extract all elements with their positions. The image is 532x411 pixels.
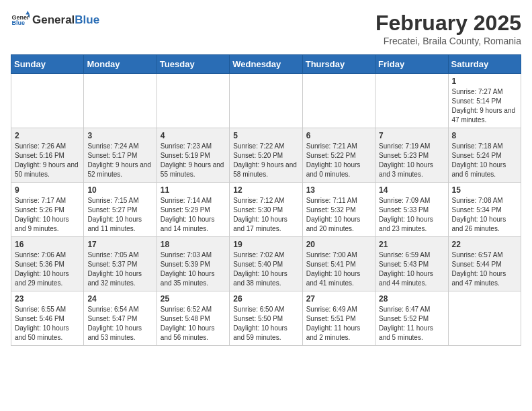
day-info: Sunrise: 7:05 AM Sunset: 5:37 PM Dayligh…	[87, 250, 152, 288]
calendar-cell	[448, 291, 521, 346]
day-info: Sunrise: 6:59 AM Sunset: 5:43 PM Dayligh…	[379, 250, 444, 288]
day-number: 8	[452, 131, 517, 140]
day-info: Sunrise: 7:23 AM Sunset: 5:19 PM Dayligh…	[161, 142, 226, 179]
weekday-header-tuesday: Tuesday	[157, 55, 229, 74]
day-number: 12	[233, 185, 298, 195]
month-year-title: February 2025	[375, 11, 521, 36]
title-block: February 2025 Frecatei, Braila County, R…	[375, 11, 521, 46]
day-info: Sunrise: 7:15 AM Sunset: 5:27 PM Dayligh…	[87, 196, 152, 234]
day-info: Sunrise: 7:27 AM Sunset: 5:14 PM Dayligh…	[452, 87, 517, 125]
day-info: Sunrise: 7:00 AM Sunset: 5:41 PM Dayligh…	[306, 250, 371, 288]
calendar-cell	[230, 74, 302, 128]
day-info: Sunrise: 6:55 AM Sunset: 5:46 PM Dayligh…	[15, 305, 80, 342]
day-number: 11	[161, 185, 226, 195]
day-number: 23	[15, 294, 80, 304]
weekday-header-thursday: Thursday	[302, 55, 375, 74]
svg-marker-2	[26, 11, 30, 15]
day-info: Sunrise: 7:12 AM Sunset: 5:30 PM Dayligh…	[233, 196, 298, 234]
weekday-header-row: SundayMondayTuesdayWednesdayThursdayFrid…	[11, 55, 521, 74]
calendar-cell	[11, 74, 84, 128]
day-number: 14	[379, 185, 444, 195]
day-number: 27	[306, 294, 371, 304]
calendar-cell: 14Sunrise: 7:09 AM Sunset: 5:33 PM Dayli…	[375, 183, 448, 237]
weekday-header-friday: Friday	[375, 55, 448, 74]
day-info: Sunrise: 7:02 AM Sunset: 5:40 PM Dayligh…	[233, 250, 298, 288]
calendar-cell	[84, 74, 157, 128]
calendar-cell: 11Sunrise: 7:14 AM Sunset: 5:29 PM Dayli…	[157, 183, 229, 237]
calendar-cell: 17Sunrise: 7:05 AM Sunset: 5:37 PM Dayli…	[84, 237, 157, 291]
calendar-cell: 18Sunrise: 7:03 AM Sunset: 5:39 PM Dayli…	[157, 237, 229, 291]
day-info: Sunrise: 6:50 AM Sunset: 5:50 PM Dayligh…	[233, 305, 298, 342]
calendar-cell: 13Sunrise: 7:11 AM Sunset: 5:32 PM Dayli…	[302, 183, 375, 237]
day-info: Sunrise: 7:21 AM Sunset: 5:22 PM Dayligh…	[306, 142, 371, 179]
calendar-cell: 28Sunrise: 6:47 AM Sunset: 5:52 PM Dayli…	[375, 291, 448, 346]
day-info: Sunrise: 7:03 AM Sunset: 5:39 PM Dayligh…	[161, 250, 226, 288]
calendar-week-row: 9Sunrise: 7:17 AM Sunset: 5:26 PM Daylig…	[11, 183, 521, 237]
calendar-cell: 20Sunrise: 7:00 AM Sunset: 5:41 PM Dayli…	[302, 237, 375, 291]
day-info: Sunrise: 7:22 AM Sunset: 5:20 PM Dayligh…	[233, 142, 298, 179]
day-info: Sunrise: 7:18 AM Sunset: 5:24 PM Dayligh…	[452, 142, 517, 179]
day-number: 13	[306, 185, 371, 195]
day-info: Sunrise: 7:09 AM Sunset: 5:33 PM Dayligh…	[379, 196, 444, 234]
calendar-cell: 3Sunrise: 7:24 AM Sunset: 5:17 PM Daylig…	[84, 128, 157, 183]
calendar-cell	[375, 74, 448, 128]
day-number: 2	[15, 131, 80, 140]
calendar-cell: 1Sunrise: 7:27 AM Sunset: 5:14 PM Daylig…	[448, 74, 521, 128]
calendar-cell	[302, 74, 375, 128]
day-info: Sunrise: 7:14 AM Sunset: 5:29 PM Dayligh…	[161, 196, 226, 234]
calendar-cell: 21Sunrise: 6:59 AM Sunset: 5:43 PM Dayli…	[375, 237, 448, 291]
day-number: 20	[306, 240, 371, 249]
calendar-cell: 8Sunrise: 7:18 AM Sunset: 5:24 PM Daylig…	[448, 128, 521, 183]
calendar-week-row: 1Sunrise: 7:27 AM Sunset: 5:14 PM Daylig…	[11, 74, 521, 128]
day-number: 21	[379, 240, 444, 249]
logo-blue: Blue	[75, 13, 99, 27]
calendar-cell: 4Sunrise: 7:23 AM Sunset: 5:19 PM Daylig…	[157, 128, 229, 183]
calendar-cell: 9Sunrise: 7:17 AM Sunset: 5:26 PM Daylig…	[11, 183, 84, 237]
day-info: Sunrise: 7:11 AM Sunset: 5:32 PM Dayligh…	[306, 196, 371, 234]
calendar-week-row: 23Sunrise: 6:55 AM Sunset: 5:46 PM Dayli…	[11, 291, 521, 346]
day-info: Sunrise: 7:26 AM Sunset: 5:16 PM Dayligh…	[15, 142, 80, 179]
day-number: 5	[233, 131, 298, 140]
logo-general: General	[32, 13, 75, 27]
calendar-cell: 6Sunrise: 7:21 AM Sunset: 5:22 PM Daylig…	[302, 128, 375, 183]
calendar-cell: 15Sunrise: 7:08 AM Sunset: 5:34 PM Dayli…	[448, 183, 521, 237]
calendar-cell: 2Sunrise: 7:26 AM Sunset: 5:16 PM Daylig…	[11, 128, 84, 183]
day-number: 18	[161, 240, 226, 249]
location-subtitle: Frecatei, Braila County, Romania	[375, 36, 521, 46]
calendar-cell: 23Sunrise: 6:55 AM Sunset: 5:46 PM Dayli…	[11, 291, 84, 346]
day-info: Sunrise: 7:17 AM Sunset: 5:26 PM Dayligh…	[15, 196, 80, 234]
calendar-cell: 25Sunrise: 6:52 AM Sunset: 5:48 PM Dayli…	[157, 291, 229, 346]
day-number: 15	[452, 185, 517, 195]
day-number: 1	[452, 77, 517, 86]
day-number: 4	[161, 131, 226, 140]
day-number: 9	[15, 185, 80, 195]
day-info: Sunrise: 7:08 AM Sunset: 5:34 PM Dayligh…	[452, 196, 517, 234]
calendar-cell	[157, 74, 229, 128]
day-info: Sunrise: 6:54 AM Sunset: 5:47 PM Dayligh…	[87, 305, 152, 342]
calendar-cell: 22Sunrise: 6:57 AM Sunset: 5:44 PM Dayli…	[448, 237, 521, 291]
calendar-cell: 7Sunrise: 7:19 AM Sunset: 5:23 PM Daylig…	[375, 128, 448, 183]
day-number: 7	[379, 131, 444, 140]
weekday-header-wednesday: Wednesday	[230, 55, 302, 74]
day-info: Sunrise: 6:57 AM Sunset: 5:44 PM Dayligh…	[452, 250, 517, 288]
day-number: 26	[233, 294, 298, 304]
day-number: 22	[452, 240, 517, 249]
day-info: Sunrise: 6:52 AM Sunset: 5:48 PM Dayligh…	[161, 305, 226, 342]
calendar-cell: 16Sunrise: 7:06 AM Sunset: 5:36 PM Dayli…	[11, 237, 84, 291]
calendar-cell: 27Sunrise: 6:49 AM Sunset: 5:51 PM Dayli…	[302, 291, 375, 346]
day-info: Sunrise: 6:47 AM Sunset: 5:52 PM Dayligh…	[379, 305, 444, 342]
calendar-week-row: 2Sunrise: 7:26 AM Sunset: 5:16 PM Daylig…	[11, 128, 521, 183]
day-info: Sunrise: 7:19 AM Sunset: 5:23 PM Dayligh…	[379, 142, 444, 179]
day-number: 6	[306, 131, 371, 140]
day-number: 16	[15, 240, 80, 249]
day-number: 10	[87, 185, 152, 195]
calendar-table: SundayMondayTuesdayWednesdayThursdayFrid…	[11, 54, 521, 346]
calendar-cell: 26Sunrise: 6:50 AM Sunset: 5:50 PM Dayli…	[230, 291, 302, 346]
page-header: General Blue GeneralBlue February 2025 F…	[11, 11, 521, 46]
day-info: Sunrise: 7:06 AM Sunset: 5:36 PM Dayligh…	[15, 250, 80, 288]
logo-icon: General Blue	[11, 11, 30, 30]
calendar-cell: 24Sunrise: 6:54 AM Sunset: 5:47 PM Dayli…	[84, 291, 157, 346]
day-number: 25	[161, 294, 226, 304]
svg-text:Blue: Blue	[11, 19, 25, 26]
weekday-header-monday: Monday	[84, 55, 157, 74]
